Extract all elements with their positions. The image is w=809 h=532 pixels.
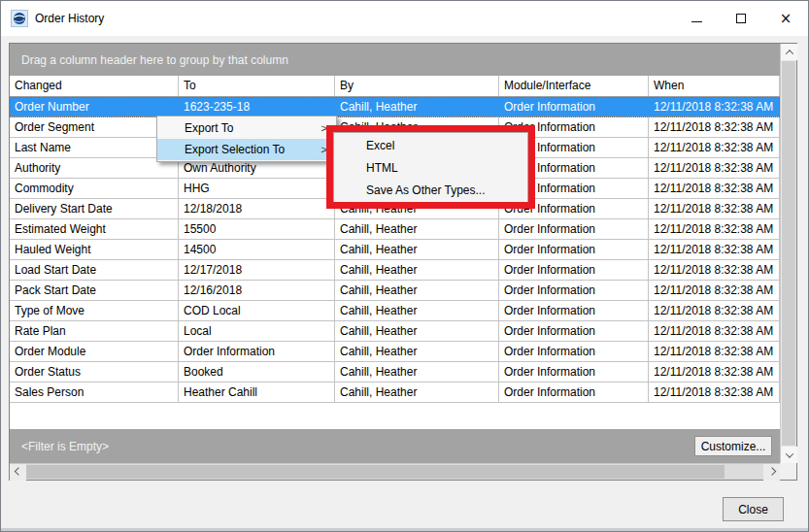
grid-cell-to: HHG [179, 179, 335, 198]
grid-cell-to: 12/16/2018 [179, 281, 335, 300]
grid-cell-to: COD Local [179, 301, 335, 320]
grid-cell-by: Cahill, Heather [335, 240, 499, 259]
grid-cell-when: 12/11/2018 8:32:38 AM [649, 138, 780, 157]
chevron-down-icon [785, 449, 792, 457]
table-row[interactable]: Rate PlanLocalCahill, HeatherOrder Infor… [10, 321, 780, 342]
grid-cell-to: Heather Cahill [179, 382, 335, 402]
grid-cell-changed: Estimated Weight [10, 219, 179, 239]
scroll-up-arrow[interactable] [781, 44, 797, 60]
grid-cell-by: Cahill, Heather [335, 281, 499, 300]
filter-bar: <Filter is Empty> Customize... [10, 429, 780, 463]
grid-cell-to: 1623-235-18 [179, 97, 335, 116]
close-window-button[interactable]: × [763, 1, 808, 36]
grid-cell-module: Order Information [499, 219, 649, 239]
table-row[interactable]: Order Number1623-235-18Cahill, HeatherOr… [10, 97, 780, 117]
table-row[interactable]: Sales PersonHeather CahillCahill, Heathe… [10, 382, 780, 403]
grid-cell-by: Cahill, Heather [335, 321, 499, 341]
vertical-scrollbar-thumb[interactable] [782, 61, 795, 446]
customize-button[interactable]: Customize... [694, 436, 772, 456]
grid-table: ChangedToByModule/InterfaceWhen Order Nu… [10, 76, 780, 403]
grid-cell-to: Order Information [179, 342, 335, 361]
menu-item-label: Export Selection To [185, 143, 285, 156]
grid-cell-changed: Load Start Date [10, 260, 179, 280]
minimize-button[interactable] [674, 1, 719, 36]
grid-cell-to: Booked [179, 362, 335, 382]
grid-cell-when: 12/11/2018 8:32:38 AM [649, 301, 780, 320]
grid-cell-to: 15500 [179, 219, 335, 239]
grid-cell-when: 12/11/2018 8:32:38 AM [649, 342, 780, 361]
scroll-right-arrow[interactable] [763, 464, 780, 481]
grid-cell-module: Order Information [499, 342, 649, 361]
table-row[interactable]: Load Start Date12/17/2018Cahill, Heather… [10, 260, 780, 281]
grid-cell-when: 12/11/2018 8:32:38 AM [649, 260, 780, 280]
close-button[interactable]: Close [723, 497, 784, 521]
table-row[interactable]: Order StatusBookedCahill, HeatherOrder I… [10, 362, 780, 382]
table-row[interactable]: Estimated Weight15500Cahill, HeatherOrde… [10, 219, 780, 240]
grid-cell-by: Cahill, Heather [335, 301, 499, 320]
order-history-grid: Drag a column header here to group by th… [9, 43, 797, 481]
globe-icon [13, 12, 26, 25]
grid-cell-when: 12/11/2018 8:32:38 AM [649, 281, 780, 300]
grid-header-row: ChangedToByModule/InterfaceWhen [10, 76, 780, 97]
window-title: Order History [35, 12, 104, 25]
menu-item-export-selection-to[interactable]: Export Selection To> [157, 139, 336, 160]
grid-cell-changed: Delivery Start Date [10, 199, 179, 218]
grid-cell-by: Cahill, Heather [335, 97, 499, 116]
scroll-left-arrow[interactable] [10, 464, 26, 481]
submenu-arrow-icon: > [321, 122, 327, 134]
table-row[interactable]: Hauled Weight14500Cahill, HeatherOrder I… [10, 240, 780, 260]
grid-cell-changed: Hauled Weight [10, 240, 179, 259]
grid-cell-module: Order Information [499, 260, 649, 280]
grid-cell-by: Cahill, Heather [335, 260, 499, 280]
column-header-module[interactable]: Module/Interface [499, 76, 649, 96]
grid-cell-when: 12/11/2018 8:32:38 AM [649, 321, 780, 341]
grid-cell-module: Order Information [499, 281, 649, 300]
table-row[interactable]: Order ModuleOrder InformationCahill, Hea… [10, 342, 780, 362]
horizontal-scrollbar[interactable] [10, 463, 780, 480]
scroll-down-arrow[interactable] [781, 447, 797, 463]
column-header-changed[interactable]: Changed [10, 76, 179, 96]
app-icon [11, 10, 28, 27]
close-icon: × [780, 10, 792, 27]
grid-cell-changed: Last Name [10, 138, 179, 157]
group-by-hint: Drag a column header here to group by th… [21, 53, 288, 67]
grid-cell-changed: Order Module [10, 342, 179, 361]
grid-cell-changed: Order Segment [10, 117, 179, 137]
grid-cell-changed: Pack Start Date [10, 281, 179, 300]
grid-cell-to: 14500 [179, 240, 335, 259]
grid-cell-module: Order Information [499, 240, 649, 259]
grid-cell-when: 12/11/2018 8:32:38 AM [649, 158, 780, 178]
grid-cell-module: Order Information [499, 382, 649, 402]
export-submenu: ExcelHTMLSave As Other Types... [333, 132, 528, 203]
chevron-up-icon [785, 50, 792, 57]
order-history-dialog: Order History × Drag a column header her… [0, 0, 809, 532]
column-header-to[interactable]: To [179, 76, 335, 96]
maximize-button[interactable] [719, 1, 763, 36]
horizontal-scrollbar-thumb[interactable] [26, 465, 725, 479]
table-row[interactable]: Type of MoveCOD LocalCahill, HeatherOrde… [10, 301, 780, 321]
grid-cell-changed: Order Status [10, 362, 179, 382]
filter-status: <Filter is Empty> [21, 440, 109, 453]
menu-item-label: Export To [185, 121, 233, 135]
grid-cell-changed: Rate Plan [10, 321, 179, 341]
vertical-scrollbar[interactable] [780, 44, 796, 463]
grid-cell-changed: Sales Person [10, 382, 179, 402]
title-bar[interactable]: Order History × [1, 1, 808, 36]
grid-cell-by: Cahill, Heather [335, 362, 499, 382]
grid-cell-to: 12/18/2018 [179, 199, 335, 218]
column-header-by[interactable]: By [335, 76, 499, 96]
column-header-when[interactable]: When [649, 76, 780, 96]
grid-cell-when: 12/11/2018 8:32:38 AM [649, 199, 780, 218]
submenu-item-excel[interactable]: Excel [334, 134, 527, 156]
group-by-bar[interactable]: Drag a column header here to group by th… [10, 44, 780, 76]
submenu-item-save-as-other-types-[interactable]: Save As Other Types... [334, 179, 527, 201]
table-row[interactable]: Pack Start Date12/16/2018Cahill, Heather… [10, 281, 780, 301]
submenu-item-html[interactable]: HTML [334, 156, 527, 179]
grid-cell-changed: Order Number [10, 97, 179, 116]
grid-cell-by: Cahill, Heather [335, 219, 499, 239]
menu-item-export-to[interactable]: Export To> [157, 117, 336, 139]
grid-cell-changed: Commodity [10, 179, 179, 198]
grid-cell-when: 12/11/2018 8:32:38 AM [649, 117, 780, 137]
chevron-right-icon [767, 467, 775, 475]
scrollbar-corner [780, 463, 796, 480]
